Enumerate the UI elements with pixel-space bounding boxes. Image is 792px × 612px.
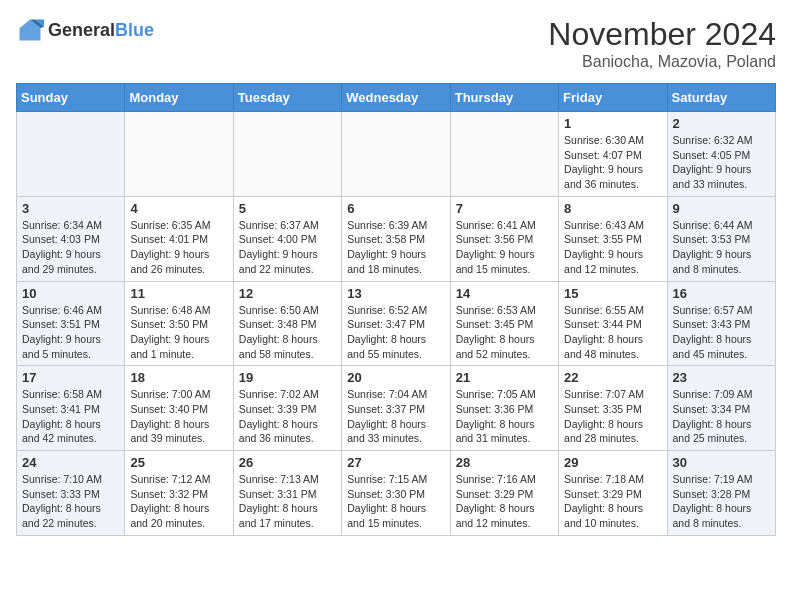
calendar-day-cell: 26Sunrise: 7:13 AM Sunset: 3:31 PM Dayli… <box>233 451 341 536</box>
day-info: Sunrise: 7:18 AM Sunset: 3:29 PM Dayligh… <box>564 472 661 531</box>
day-info: Sunrise: 7:19 AM Sunset: 3:28 PM Dayligh… <box>673 472 770 531</box>
day-info: Sunrise: 6:35 AM Sunset: 4:01 PM Dayligh… <box>130 218 227 277</box>
day-info: Sunrise: 6:50 AM Sunset: 3:48 PM Dayligh… <box>239 303 336 362</box>
calendar-day-cell: 20Sunrise: 7:04 AM Sunset: 3:37 PM Dayli… <box>342 366 450 451</box>
weekday-header: Thursday <box>450 84 558 112</box>
day-info: Sunrise: 6:41 AM Sunset: 3:56 PM Dayligh… <box>456 218 553 277</box>
day-number: 20 <box>347 370 444 385</box>
calendar-day-cell: 24Sunrise: 7:10 AM Sunset: 3:33 PM Dayli… <box>17 451 125 536</box>
logo-general: General <box>48 20 115 40</box>
calendar-day-cell <box>233 112 341 197</box>
day-info: Sunrise: 6:53 AM Sunset: 3:45 PM Dayligh… <box>456 303 553 362</box>
calendar-day-cell: 11Sunrise: 6:48 AM Sunset: 3:50 PM Dayli… <box>125 281 233 366</box>
title-block: November 2024 Baniocha, Mazovia, Poland <box>548 16 776 71</box>
day-info: Sunrise: 6:39 AM Sunset: 3:58 PM Dayligh… <box>347 218 444 277</box>
day-number: 13 <box>347 286 444 301</box>
day-number: 9 <box>673 201 770 216</box>
day-number: 12 <box>239 286 336 301</box>
day-number: 27 <box>347 455 444 470</box>
calendar-day-cell: 29Sunrise: 7:18 AM Sunset: 3:29 PM Dayli… <box>559 451 667 536</box>
day-number: 4 <box>130 201 227 216</box>
day-info: Sunrise: 7:13 AM Sunset: 3:31 PM Dayligh… <box>239 472 336 531</box>
day-info: Sunrise: 6:52 AM Sunset: 3:47 PM Dayligh… <box>347 303 444 362</box>
day-info: Sunrise: 6:43 AM Sunset: 3:55 PM Dayligh… <box>564 218 661 277</box>
day-info: Sunrise: 7:15 AM Sunset: 3:30 PM Dayligh… <box>347 472 444 531</box>
day-info: Sunrise: 7:00 AM Sunset: 3:40 PM Dayligh… <box>130 387 227 446</box>
calendar-day-cell <box>342 112 450 197</box>
day-number: 23 <box>673 370 770 385</box>
day-info: Sunrise: 6:37 AM Sunset: 4:00 PM Dayligh… <box>239 218 336 277</box>
day-number: 15 <box>564 286 661 301</box>
day-info: Sunrise: 7:07 AM Sunset: 3:35 PM Dayligh… <box>564 387 661 446</box>
day-number: 19 <box>239 370 336 385</box>
calendar-week-row: 17Sunrise: 6:58 AM Sunset: 3:41 PM Dayli… <box>17 366 776 451</box>
day-number: 21 <box>456 370 553 385</box>
calendar-day-cell: 15Sunrise: 6:55 AM Sunset: 3:44 PM Dayli… <box>559 281 667 366</box>
weekday-header: Tuesday <box>233 84 341 112</box>
day-info: Sunrise: 6:58 AM Sunset: 3:41 PM Dayligh… <box>22 387 119 446</box>
calendar-day-cell: 7Sunrise: 6:41 AM Sunset: 3:56 PM Daylig… <box>450 196 558 281</box>
calendar-table: SundayMondayTuesdayWednesdayThursdayFrid… <box>16 83 776 536</box>
calendar-day-cell: 1Sunrise: 6:30 AM Sunset: 4:07 PM Daylig… <box>559 112 667 197</box>
day-info: Sunrise: 7:16 AM Sunset: 3:29 PM Dayligh… <box>456 472 553 531</box>
calendar-day-cell: 10Sunrise: 6:46 AM Sunset: 3:51 PM Dayli… <box>17 281 125 366</box>
day-number: 16 <box>673 286 770 301</box>
calendar-day-cell: 21Sunrise: 7:05 AM Sunset: 3:36 PM Dayli… <box>450 366 558 451</box>
day-number: 3 <box>22 201 119 216</box>
day-number: 22 <box>564 370 661 385</box>
calendar-day-cell: 12Sunrise: 6:50 AM Sunset: 3:48 PM Dayli… <box>233 281 341 366</box>
day-number: 17 <box>22 370 119 385</box>
day-info: Sunrise: 7:04 AM Sunset: 3:37 PM Dayligh… <box>347 387 444 446</box>
weekday-header: Friday <box>559 84 667 112</box>
day-info: Sunrise: 6:57 AM Sunset: 3:43 PM Dayligh… <box>673 303 770 362</box>
calendar-day-cell: 3Sunrise: 6:34 AM Sunset: 4:03 PM Daylig… <box>17 196 125 281</box>
day-number: 30 <box>673 455 770 470</box>
page-header: GeneralBlue November 2024 Baniocha, Mazo… <box>16 16 776 71</box>
day-number: 11 <box>130 286 227 301</box>
calendar-day-cell: 16Sunrise: 6:57 AM Sunset: 3:43 PM Dayli… <box>667 281 775 366</box>
day-info: Sunrise: 6:32 AM Sunset: 4:05 PM Dayligh… <box>673 133 770 192</box>
calendar-day-cell: 22Sunrise: 7:07 AM Sunset: 3:35 PM Dayli… <box>559 366 667 451</box>
month-title: November 2024 <box>548 16 776 53</box>
calendar-day-cell: 13Sunrise: 6:52 AM Sunset: 3:47 PM Dayli… <box>342 281 450 366</box>
day-info: Sunrise: 7:10 AM Sunset: 3:33 PM Dayligh… <box>22 472 119 531</box>
calendar-day-cell: 27Sunrise: 7:15 AM Sunset: 3:30 PM Dayli… <box>342 451 450 536</box>
day-number: 25 <box>130 455 227 470</box>
calendar-day-cell: 2Sunrise: 6:32 AM Sunset: 4:05 PM Daylig… <box>667 112 775 197</box>
weekday-header: Saturday <box>667 84 775 112</box>
day-number: 2 <box>673 116 770 131</box>
location-title: Baniocha, Mazovia, Poland <box>548 53 776 71</box>
day-number: 8 <box>564 201 661 216</box>
day-info: Sunrise: 6:44 AM Sunset: 3:53 PM Dayligh… <box>673 218 770 277</box>
calendar-day-cell: 28Sunrise: 7:16 AM Sunset: 3:29 PM Dayli… <box>450 451 558 536</box>
day-info: Sunrise: 6:48 AM Sunset: 3:50 PM Dayligh… <box>130 303 227 362</box>
calendar-day-cell: 30Sunrise: 7:19 AM Sunset: 3:28 PM Dayli… <box>667 451 775 536</box>
calendar-week-row: 24Sunrise: 7:10 AM Sunset: 3:33 PM Dayli… <box>17 451 776 536</box>
day-number: 26 <box>239 455 336 470</box>
calendar-day-cell: 4Sunrise: 6:35 AM Sunset: 4:01 PM Daylig… <box>125 196 233 281</box>
day-info: Sunrise: 6:46 AM Sunset: 3:51 PM Dayligh… <box>22 303 119 362</box>
calendar-day-cell: 18Sunrise: 7:00 AM Sunset: 3:40 PM Dayli… <box>125 366 233 451</box>
logo: GeneralBlue <box>16 16 154 44</box>
day-info: Sunrise: 7:09 AM Sunset: 3:34 PM Dayligh… <box>673 387 770 446</box>
calendar-day-cell: 5Sunrise: 6:37 AM Sunset: 4:00 PM Daylig… <box>233 196 341 281</box>
calendar-day-cell: 9Sunrise: 6:44 AM Sunset: 3:53 PM Daylig… <box>667 196 775 281</box>
day-number: 18 <box>130 370 227 385</box>
weekday-header: Monday <box>125 84 233 112</box>
day-number: 28 <box>456 455 553 470</box>
calendar-week-row: 10Sunrise: 6:46 AM Sunset: 3:51 PM Dayli… <box>17 281 776 366</box>
day-number: 14 <box>456 286 553 301</box>
day-info: Sunrise: 6:55 AM Sunset: 3:44 PM Dayligh… <box>564 303 661 362</box>
calendar-day-cell: 14Sunrise: 6:53 AM Sunset: 3:45 PM Dayli… <box>450 281 558 366</box>
calendar-day-cell <box>450 112 558 197</box>
logo-blue: Blue <box>115 20 154 40</box>
day-info: Sunrise: 7:02 AM Sunset: 3:39 PM Dayligh… <box>239 387 336 446</box>
day-number: 6 <box>347 201 444 216</box>
day-number: 24 <box>22 455 119 470</box>
weekday-header: Sunday <box>17 84 125 112</box>
calendar-day-cell: 17Sunrise: 6:58 AM Sunset: 3:41 PM Dayli… <box>17 366 125 451</box>
calendar-week-row: 1Sunrise: 6:30 AM Sunset: 4:07 PM Daylig… <box>17 112 776 197</box>
calendar-day-cell: 23Sunrise: 7:09 AM Sunset: 3:34 PM Dayli… <box>667 366 775 451</box>
day-info: Sunrise: 6:30 AM Sunset: 4:07 PM Dayligh… <box>564 133 661 192</box>
day-number: 10 <box>22 286 119 301</box>
